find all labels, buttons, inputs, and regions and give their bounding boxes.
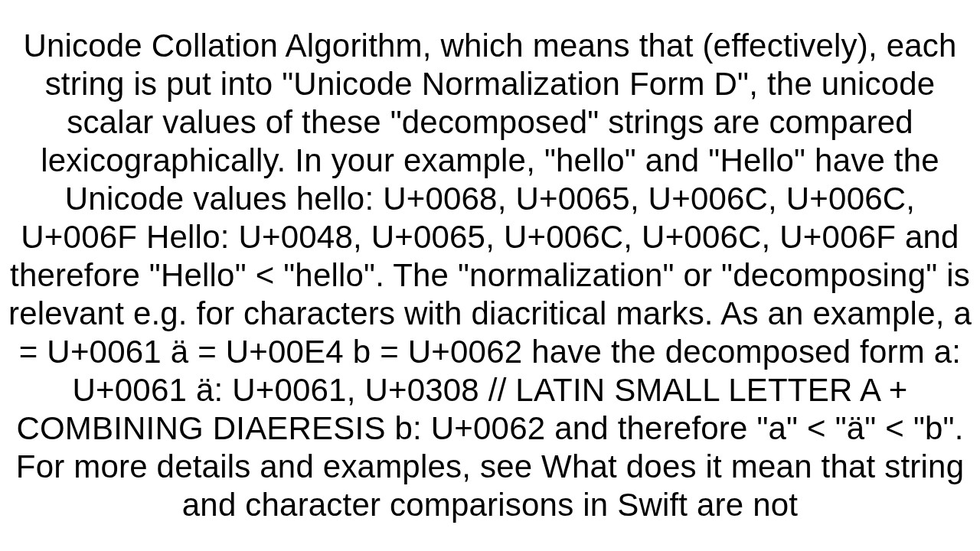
body-paragraph: Unicode Collation Algorithm, which means… <box>8 27 972 524</box>
document-page: Unicode Collation Algorithm, which means… <box>0 0 980 551</box>
